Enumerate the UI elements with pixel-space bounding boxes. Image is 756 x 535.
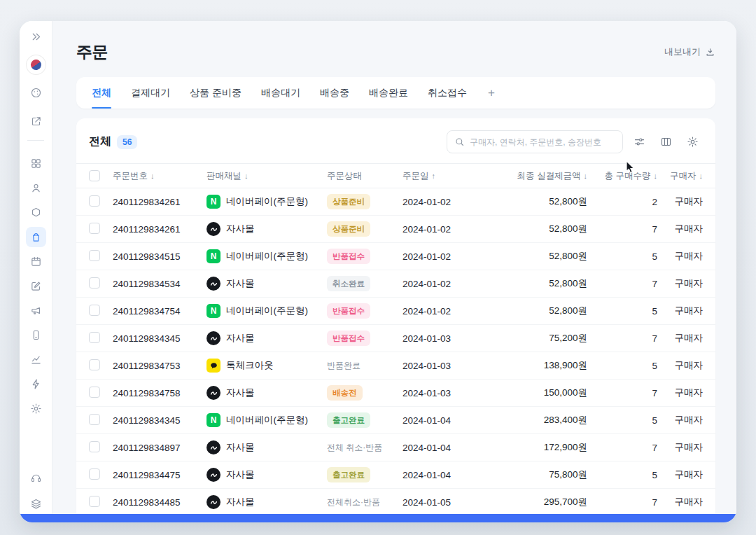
buyer-cell: 구매자 [657, 223, 703, 235]
sidebar-item-lightning[interactable] [26, 374, 46, 394]
mall-channel-icon [206, 468, 220, 482]
column-header[interactable]: 주문번호↓ [113, 170, 206, 182]
row-checkbox[interactable] [89, 250, 100, 261]
table-row[interactable]: 2401129834345N네이버페이(주문형)출고완료2024-01-0428… [76, 407, 715, 434]
amount-cell: 138,900원 [482, 359, 587, 372]
sidebar-item-headset[interactable] [26, 468, 46, 488]
channel-label: 네이버페이(주문형) [226, 250, 308, 263]
select-all-cell [89, 170, 113, 181]
export-button[interactable]: 내보내기 [664, 46, 715, 58]
filter-button[interactable] [629, 132, 650, 153]
row-checkbox[interactable] [89, 441, 100, 452]
sidebar-item-collapse[interactable] [26, 27, 46, 47]
sort-desc-icon: ↓ [244, 172, 248, 180]
column-header[interactable]: 주문상태 [327, 170, 402, 182]
buyer-cell: 구매자 [657, 414, 703, 426]
order-number-cell: 2401129834485 [113, 497, 206, 508]
search-input[interactable] [470, 137, 615, 147]
table-row[interactable]: 2401129834534자사몰취소완료2024-01-0252,800원7구매… [76, 270, 715, 298]
sidebar-item-stack[interactable] [26, 494, 46, 514]
sidebar-item-gear[interactable] [26, 398, 46, 419]
order-number-cell: 2401129834897 [113, 443, 206, 453]
sidebar-item-palette[interactable] [26, 83, 46, 103]
row-checkbox-cell [89, 277, 113, 291]
sidebar-item-mobile[interactable] [26, 325, 46, 345]
order-number-cell: 2401129834753 [113, 361, 206, 371]
tab-item[interactable]: 배송중 [320, 77, 349, 109]
table-row[interactable]: 2401129834758자사몰배송전2024-01-03150,000원7구매… [76, 380, 715, 407]
table-settings-button[interactable] [682, 132, 703, 153]
megaphone-icon [30, 305, 42, 317]
sidebar-item-megaphone[interactable] [26, 300, 46, 321]
table-row[interactable]: 2401129834897자사몰전체 취소·반품2024-01-04172,90… [76, 434, 715, 461]
table-row[interactable]: 2401129834475자사몰출고완료2024-01-0475,800원5구매… [76, 461, 715, 489]
order-status-badge: 배송전 [327, 385, 363, 401]
column-header[interactable]: 판매채널↓ [206, 170, 327, 182]
order-date-cell: 2024-01-02 [402, 306, 482, 317]
tab-item[interactable]: 배송완료 [369, 77, 408, 109]
status-cell: 상품준비 [327, 221, 402, 237]
columns-button[interactable] [655, 132, 676, 153]
table-row[interactable]: 2401129834261자사몰상품준비2024-01-0252,800원7구매… [76, 216, 715, 243]
sidebar-item-compose[interactable] [26, 276, 46, 296]
row-checkbox[interactable] [89, 223, 100, 234]
sidebar-item-calendar[interactable] [26, 251, 46, 272]
row-checkbox-cell [89, 223, 113, 236]
row-checkbox[interactable] [89, 414, 100, 425]
column-header[interactable]: 주문일↑ [402, 170, 482, 182]
quantity-cell: 7 [587, 279, 657, 289]
amount-cell: 172,900원 [482, 441, 587, 454]
tab-item[interactable]: 배송대기 [261, 77, 300, 109]
sidebar-item-hub[interactable] [26, 202, 46, 223]
row-checkbox[interactable] [89, 468, 100, 480]
row-checkbox[interactable] [89, 195, 100, 207]
sidebar-item-chart[interactable] [26, 349, 46, 370]
app-logo[interactable] [27, 55, 46, 74]
table-row[interactable]: 2401129834754N네이버페이(주문형)반품접수2024-01-0252… [76, 298, 715, 325]
row-checkbox[interactable] [89, 387, 100, 398]
tab-item[interactable]: 상품 준비중 [190, 77, 241, 109]
sidebar-item-grid[interactable] [26, 153, 46, 174]
order-date-cell: 2024-01-03 [402, 388, 482, 398]
table-row[interactable]: 2401129834753톡체크아웃반품완료2024-01-03138,900원… [76, 352, 715, 380]
row-checkbox-cell [89, 496, 113, 509]
sidebar-item-bag[interactable] [26, 227, 46, 247]
quantity-cell: 7 [587, 443, 657, 453]
sidebar-item-users[interactable] [26, 178, 46, 198]
tabs-bar: 전체결제대기상품 준비중배송대기배송중배송완료취소접수+ [76, 77, 715, 109]
row-checkbox[interactable] [89, 277, 100, 289]
sliders-icon [634, 136, 645, 148]
table-row[interactable]: 2401129834345자사몰반품접수2024-01-0375,200원7구매… [76, 325, 715, 352]
channel-label: 네이버페이(주문형) [226, 414, 308, 426]
table-row[interactable]: 2401129834515N네이버페이(주문형)반품접수2024-01-0252… [76, 243, 715, 270]
row-checkbox[interactable] [89, 359, 100, 370]
channel-label: 네이버페이(주문형) [226, 305, 308, 317]
order-status-text: 전체 취소·반품 [327, 443, 382, 452]
row-checkbox[interactable] [89, 496, 100, 507]
tab-item[interactable]: 결제대기 [131, 77, 170, 109]
order-number-cell: 2401129834534 [113, 279, 206, 289]
select-all-checkbox[interactable] [89, 170, 100, 181]
status-cell: 반품접수 [327, 331, 402, 346]
sidebar-bottom-group [26, 468, 46, 514]
table-row[interactable]: 2401129834485자사몰전체취소·반품2024-01-05295,700… [76, 489, 715, 516]
add-tab-button[interactable]: + [486, 86, 496, 100]
quantity-cell: 5 [587, 470, 657, 480]
channel-cell: 자사몰 [206, 440, 327, 454]
naver-channel-icon: N [206, 195, 220, 209]
tab-item[interactable]: 취소접수 [428, 77, 467, 109]
column-header[interactable]: 구매자↓ [657, 170, 703, 182]
sidebar-item-external-link[interactable] [26, 111, 46, 132]
buyer-cell: 구매자 [657, 277, 703, 290]
row-count-badge: 56 [117, 135, 137, 149]
buyer-cell: 구매자 [657, 468, 703, 481]
row-checkbox[interactable] [89, 305, 100, 316]
quantity-cell: 5 [587, 361, 657, 371]
table-row[interactable]: 2401129834261N네이버페이(주문형)상품준비2024-01-0252… [76, 188, 715, 216]
row-checkbox[interactable] [89, 332, 100, 343]
tab-item[interactable]: 전체 [92, 77, 111, 109]
column-header[interactable]: 최종 실결제금액↓ [482, 170, 587, 182]
column-header[interactable]: 총 구매수량↓ [587, 170, 657, 182]
amount-cell: 75,800원 [482, 468, 587, 481]
row-checkbox-cell [89, 195, 113, 209]
